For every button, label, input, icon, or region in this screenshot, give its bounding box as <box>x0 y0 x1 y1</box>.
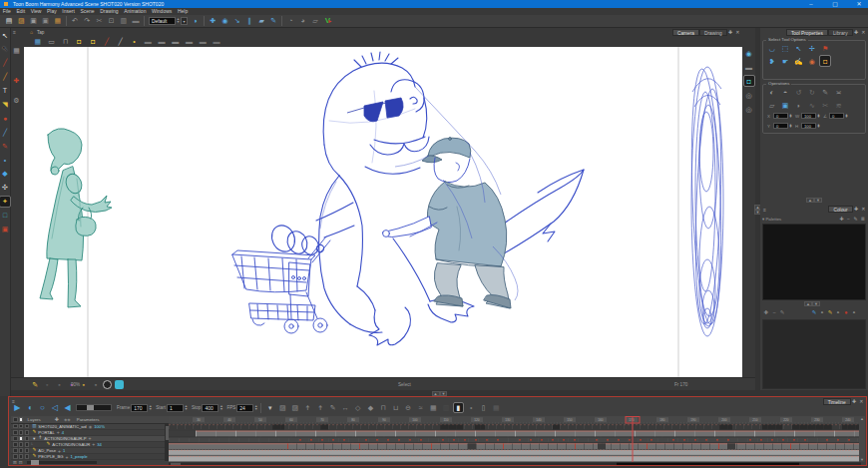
line-tool[interactable]: ╱ <box>0 127 10 137</box>
open-scene-icon[interactable]: ▨ <box>17 16 26 25</box>
outline-mode-icon[interactable]: ⊓ <box>61 37 70 46</box>
add-parameter-icon[interactable]: + <box>92 441 95 447</box>
layer-toggle[interactable] <box>25 436 30 441</box>
zoom-slider-icon[interactable]: ⊟ <box>19 460 23 465</box>
add-layer-plus-icon[interactable]: ✚ <box>55 416 59 422</box>
timeline-tracks[interactable]: 3040506070809010011012013014015016017018… <box>169 416 861 465</box>
layer-toggle[interactable] <box>13 430 18 435</box>
render-view-icon[interactable]: V▸ <box>323 16 334 25</box>
flip-h-icon[interactable]: ◐ <box>767 87 777 97</box>
sound-scrub-icon[interactable]: ◀ <box>63 403 72 412</box>
lock-icon[interactable]: ◘ <box>75 37 84 46</box>
colour-menu-icon[interactable]: ≡ <box>763 207 766 213</box>
light-table-icon[interactable]: ◕ <box>298 16 307 25</box>
tab-tool-properties[interactable]: Tool Properties <box>786 29 828 36</box>
angle-field[interactable]: 0 <box>829 113 844 119</box>
layer-toggle[interactable] <box>19 454 24 459</box>
onion-skin-icon[interactable]: ◔ <box>286 16 295 25</box>
onion-next1-icon[interactable]: ▬ <box>185 37 194 46</box>
red-swatch-icon[interactable]: ● <box>842 308 850 317</box>
menu-play[interactable]: Play <box>44 8 59 14</box>
paint-colour-icon[interactable]: ✎ <box>810 308 818 317</box>
render-play-icon[interactable]: ◖ <box>25 403 34 412</box>
message-icon[interactable]: ◗ <box>192 16 201 25</box>
frame-tool[interactable]: □ <box>0 211 10 221</box>
paste-icon[interactable]: ▥ <box>119 16 128 25</box>
expand-icon[interactable]: Ϯ <box>316 403 325 412</box>
add-parameter-icon[interactable]: + <box>65 454 68 460</box>
sound-display-icon[interactable]: ▯ <box>479 403 488 412</box>
curve-icon[interactable]: ∿ <box>807 100 817 110</box>
onion-prev2-icon[interactable]: ▬ <box>144 37 153 46</box>
layer-toggle[interactable] <box>25 424 30 429</box>
layer-toggle[interactable] <box>25 454 30 459</box>
layer-toggle[interactable] <box>13 442 18 447</box>
close-timeline-panel-icon[interactable]: ✕ <box>858 398 865 405</box>
swatch5-icon[interactable]: ▪ <box>92 380 101 389</box>
hand-tool[interactable]: ✦ <box>0 197 10 207</box>
translate-tool-icon[interactable]: ✚ <box>209 16 217 25</box>
flatten-icon[interactable]: ≍ <box>834 87 844 97</box>
text-tool[interactable]: T <box>0 86 10 96</box>
add-parameter-icon[interactable]: + <box>57 429 60 435</box>
layer-toggle[interactable] <box>19 448 24 453</box>
light-table2-icon[interactable]: ◘ <box>744 76 754 86</box>
delete-icon[interactable]: ▬ <box>131 16 140 25</box>
pencil-status-icon[interactable]: ✎ <box>31 380 40 389</box>
palette-list[interactable] <box>762 224 866 300</box>
tab-timeline[interactable]: Timeline <box>823 398 851 405</box>
preset-value[interactable]: Default <box>149 17 176 25</box>
menu-windows[interactable]: Windows <box>149 8 175 14</box>
layer-name[interactable]: AD_Pose <box>38 448 56 453</box>
comment-icon[interactable]: ◗ <box>793 100 803 110</box>
skew-tool-icon[interactable]: ∥ <box>244 16 253 25</box>
stamp-tool[interactable]: ▣ <box>0 224 10 234</box>
stop-field[interactable]: 400 <box>202 404 218 412</box>
tab-library[interactable]: Library <box>828 29 853 36</box>
rotate-tool-icon[interactable]: ◉ <box>220 16 229 25</box>
layer-name[interactable]: ACTIONDINOSAUR <box>52 442 90 447</box>
select-all-icon[interactable]: ✢ <box>807 43 817 53</box>
redo-icon[interactable]: ↷ <box>83 16 92 25</box>
offset-y-field[interactable]: 0 <box>773 123 788 129</box>
tab-colour[interactable]: Colour <box>828 206 852 213</box>
line-mode-icon[interactable]: ╱ <box>116 37 125 46</box>
pencil-swatch[interactable]: ▫ <box>834 308 842 317</box>
colour-preview-icon[interactable] <box>115 380 124 389</box>
smooth-icon[interactable]: ✎ <box>820 87 830 97</box>
copy-icon[interactable]: ⊡ <box>107 16 116 25</box>
layer-name[interactable]: ACTIONDINOSAUR-P <box>44 436 86 441</box>
frame-field[interactable]: 170 <box>131 404 148 412</box>
add-colour-icon[interactable]: ✚ <box>762 308 770 317</box>
drag-tool[interactable]: ✣ <box>0 183 10 193</box>
polyline-tool[interactable]: • <box>0 155 10 165</box>
works-on-single-icon[interactable]: ❥ <box>767 56 777 66</box>
swatch1-icon[interactable]: ▪ <box>43 380 52 389</box>
thumbnail-toggle-icon[interactable]: ▮ <box>454 403 463 412</box>
add-drawing-layer-icon[interactable]: ▾ <box>265 403 274 412</box>
frame-marker-icon[interactable]: ▦ <box>492 403 501 412</box>
maximize-button[interactable]: ▢ <box>826 0 844 8</box>
sound-icon[interactable]: ◁ <box>51 403 60 412</box>
red-swatch[interactable]: ▫ <box>850 308 858 317</box>
layer-toggle[interactable] <box>19 442 24 447</box>
flip-v-icon[interactable]: ◓ <box>780 87 790 97</box>
menu-insert[interactable]: Insert <box>60 8 78 14</box>
close-view-icon[interactable]: ✕ <box>734 29 741 36</box>
snap-options-icon[interactable]: ↖ <box>793 43 803 53</box>
layer-toggle[interactable] <box>13 448 18 453</box>
show-drawing-icon[interactable]: ◉ <box>744 48 754 58</box>
contour-editor-tool[interactable]: ╱ <box>0 58 10 68</box>
delete-layer-icon[interactable]: ▨ <box>290 403 299 412</box>
view-mode-icon[interactable]: ▬ <box>744 62 754 72</box>
add-drawing-icon[interactable]: ✚ <box>12 76 21 85</box>
zoom-out-layers-icon[interactable]: ⊞ <box>13 460 17 465</box>
sum-icon[interactable]: ≋ <box>834 100 844 110</box>
layer-zoom-slider[interactable] <box>27 461 97 464</box>
lasso-icon[interactable]: ◡ <box>767 43 777 53</box>
ease-in-icon[interactable]: ⊓ <box>378 403 387 412</box>
tool-preset-dropdown[interactable]: Default▲▼▾ <box>149 17 188 25</box>
onion-next2-icon[interactable]: ▬ <box>199 37 208 46</box>
remove-colour-icon[interactable]: − <box>770 308 778 317</box>
play-icon[interactable]: ▶ <box>13 403 22 412</box>
